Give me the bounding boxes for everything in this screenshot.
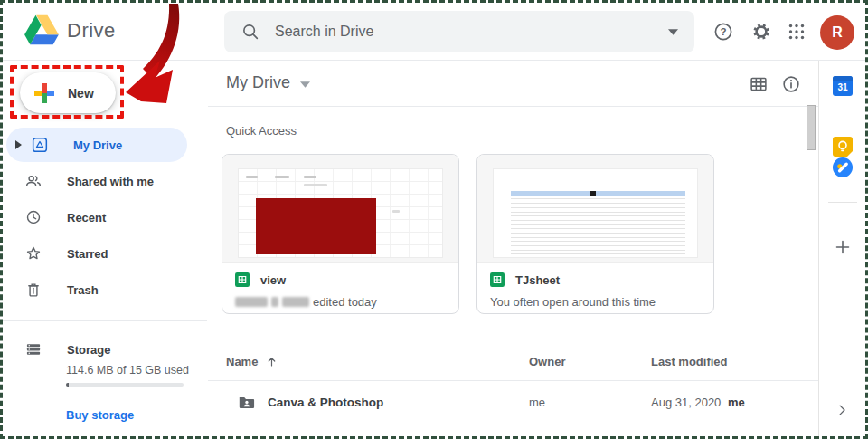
card-thumbnail-spreadsheet-redacted xyxy=(222,155,458,263)
keep-icon[interactable] xyxy=(833,137,853,157)
card-title: view xyxy=(260,273,286,287)
shared-folder-icon xyxy=(237,393,256,412)
card-subtitle: You often open around this time xyxy=(490,295,701,309)
table-row-divider xyxy=(208,425,818,425)
redacted-text xyxy=(271,297,278,307)
modified-by: me xyxy=(728,396,745,409)
sidebar-item-my-drive[interactable]: My Drive xyxy=(6,128,187,162)
storage-usage-text: 114.6 MB of 15 GB used xyxy=(66,364,189,377)
new-button-label: New xyxy=(68,86,94,100)
sidebar-item-recent[interactable]: Recent xyxy=(0,200,206,234)
expand-caret-icon[interactable] xyxy=(15,140,22,149)
apps-grid-icon[interactable] xyxy=(786,21,807,43)
quick-access-label: Quick Access xyxy=(226,124,297,138)
drive-logo-icon[interactable] xyxy=(24,14,60,46)
annotation-arrow xyxy=(123,2,206,115)
grid-view-icon[interactable] xyxy=(749,74,769,94)
search-bar[interactable] xyxy=(224,11,694,52)
settings-gear-icon[interactable] xyxy=(750,21,772,43)
google-plus-icon xyxy=(33,82,55,104)
add-panel-app-icon[interactable] xyxy=(834,238,852,256)
file-last-modified: Aug 31, 2020 me xyxy=(651,396,745,409)
column-header-owner[interactable]: Owner xyxy=(529,355,565,368)
card-thumbnail-spreadsheet-table xyxy=(477,155,713,263)
redacted-text xyxy=(235,297,268,307)
help-icon[interactable]: ? xyxy=(712,21,734,43)
file-owner: me xyxy=(529,396,545,409)
account-avatar[interactable]: R xyxy=(820,15,854,50)
svg-text:?: ? xyxy=(720,26,726,37)
clock-icon xyxy=(24,208,42,226)
drive-icon xyxy=(31,136,49,154)
people-icon xyxy=(24,172,42,190)
chevron-down-icon xyxy=(300,81,310,88)
buy-storage-link[interactable]: Buy storage xyxy=(66,408,134,422)
trash-icon xyxy=(24,281,42,299)
search-icon xyxy=(241,22,260,42)
scrollbar-thumb[interactable] xyxy=(807,105,816,150)
sidebar-item-shared-with-me[interactable]: Shared with me xyxy=(0,164,206,198)
sidebar-item-storage[interactable]: Storage xyxy=(0,332,206,367)
google-drive-window: Drive ? R xyxy=(0,0,868,439)
expand-panel-chevron-icon[interactable] xyxy=(834,402,850,418)
card-title: TJsheet xyxy=(515,273,560,287)
calendar-day: 31 xyxy=(833,81,853,95)
sheets-icon xyxy=(490,272,505,287)
info-icon[interactable] xyxy=(781,74,801,94)
column-header-name[interactable]: Name xyxy=(226,355,278,368)
storage-progress-bar xyxy=(66,383,184,387)
sidebar-item-starred[interactable]: Starred xyxy=(0,236,206,271)
page-title: My Drive xyxy=(226,73,290,92)
new-button[interactable]: New xyxy=(20,72,116,113)
quick-access-card-view[interactable]: view edited today xyxy=(222,154,459,314)
storage-progress-fill xyxy=(66,383,69,387)
breadcrumb-my-drive[interactable]: My Drive xyxy=(226,73,310,92)
sidebar-item-trash[interactable]: Trash xyxy=(0,272,206,307)
search-options-caret-icon[interactable] xyxy=(668,29,678,35)
header-divider xyxy=(3,60,865,61)
content-header-divider xyxy=(208,106,818,107)
tasks-icon[interactable] xyxy=(833,157,853,177)
redacted-text xyxy=(282,297,309,307)
file-name: Canva & Photoshop xyxy=(268,396,383,409)
right-panel-divider xyxy=(818,61,819,436)
sort-ascending-icon[interactable] xyxy=(265,355,278,368)
search-input[interactable] xyxy=(273,23,668,41)
storage-icon xyxy=(24,340,42,358)
redaction-overlay xyxy=(256,198,376,254)
app-title: Drive xyxy=(67,19,116,43)
column-header-last-modified[interactable]: Last modified xyxy=(651,355,728,368)
calendar-icon[interactable]: 31 xyxy=(833,76,853,96)
right-panel-section-divider xyxy=(828,202,857,203)
sidebar-divider xyxy=(0,320,207,321)
sheets-icon xyxy=(235,272,250,287)
avatar-initial: R xyxy=(832,24,843,41)
quick-access-card-tjsheet[interactable]: TJsheet You often open around this time xyxy=(476,154,714,314)
card-subtitle: edited today xyxy=(235,295,446,309)
star-icon xyxy=(24,244,42,262)
